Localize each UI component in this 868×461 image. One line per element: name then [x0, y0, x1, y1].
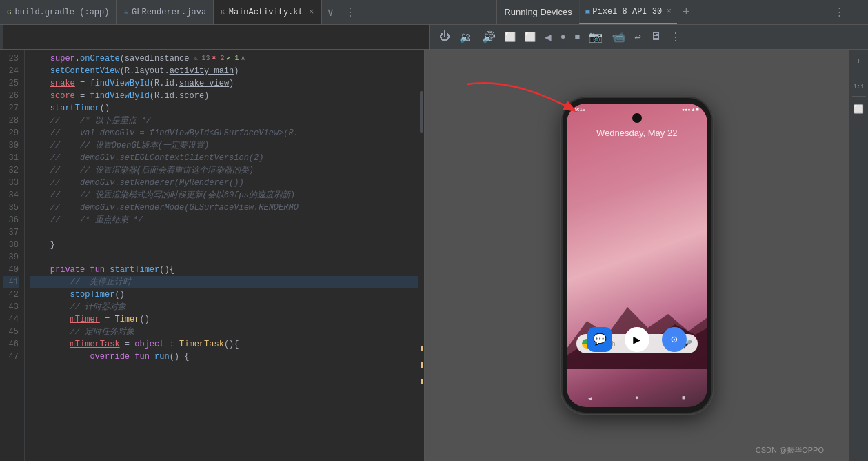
device-tab-icon: ▣	[585, 7, 590, 16]
running-devices-overflow-icon[interactable]: ⋮	[830, 6, 849, 19]
code-line-27: startTimer()	[30, 102, 418, 115]
screenshot-icon[interactable]: 📷	[585, 29, 606, 46]
phone-vol-up-button	[561, 146, 563, 160]
screenrecord-icon[interactable]: 📹	[608, 29, 629, 46]
code-line-32: // // 设置渲染器(后面会着重讲这个渲染器的类)	[30, 164, 418, 177]
code-line-44: mTimer = Timer()	[30, 313, 418, 326]
tab-mainactivity[interactable]: K MainActivity.kt ×	[214, 0, 321, 24]
tab-chevron-icon[interactable]: ∨	[322, 6, 340, 19]
code-line-25: snake = findViewById(R.id.snake_view)	[30, 77, 418, 90]
code-line-46: mTimerTask = object : TimerTask(){	[30, 338, 418, 351]
sidebar-add-icon[interactable]: +	[852, 55, 866, 69]
code-line-38: }	[30, 239, 418, 251]
code-line-29: // val demoGlv = findViewById<GLSurfaceV…	[30, 127, 418, 139]
code-line-42: stopTimer()	[30, 288, 418, 301]
code-line-28: // /* 以下是重点 */	[30, 115, 418, 127]
gradle-icon: G	[7, 8, 12, 17]
tab-build-gradle[interactable]: G build.gradle (:app)	[0, 0, 117, 24]
phone-home-button[interactable]: ●	[635, 395, 638, 402]
phone-vol-down-button	[561, 164, 563, 178]
running-devices-title: Running Devices	[504, 7, 572, 17]
phone-time: 9:19	[575, 106, 586, 112]
code-line-35: // demoGlv.setRenderMode(GLSurfaceView.R…	[30, 202, 418, 214]
overview-icon[interactable]: ■	[571, 30, 583, 43]
zoom-ratio-label[interactable]: 1:1	[853, 84, 864, 90]
code-line-37	[30, 226, 418, 239]
emulator-overflow-icon[interactable]: ⋮	[667, 29, 685, 46]
tab-glrenderer[interactable]: ☕ GLRenderer.java	[117, 0, 214, 24]
code-line-43: // 计时器对象	[30, 301, 418, 313]
rotate-right-icon[interactable]: ⬜	[521, 30, 539, 44]
phone-back-button[interactable]: ◀	[588, 395, 592, 402]
tab-bar: G build.gradle (:app) ☕ GLRenderer.java …	[0, 0, 868, 25]
rotate-left-icon[interactable]: ⬜	[501, 30, 519, 44]
add-device-tab-icon[interactable]: +	[677, 6, 696, 19]
code-editor-content[interactable]: super.onCreate(savedInstance ⚠ 13 ✖ 2 ✔ …	[25, 50, 418, 461]
volume-down-icon[interactable]: 🔉	[456, 29, 476, 46]
code-line-36: // /* 重点结束 */	[30, 214, 418, 226]
code-line-47: override fun run() {	[30, 351, 418, 363]
phone-recents-button[interactable]: ■	[682, 395, 685, 402]
phone-camera	[632, 113, 642, 123]
phone-power-button	[711, 153, 713, 174]
code-line-41: // 先停止计时	[30, 276, 418, 288]
code-line-24: setContentView(R.layout.activity_main)	[30, 65, 418, 77]
code-line-40: private fun startTimer(){	[30, 264, 418, 276]
close-mainactivity-icon[interactable]: ×	[309, 7, 314, 17]
cast-icon[interactable]: 🖥	[647, 29, 665, 45]
phone-messages-icon[interactable]: 💬	[587, 327, 612, 352]
phone-nav-bar: ◀ ● ■	[567, 393, 707, 403]
code-line-30: // // 设置OpenGL版本(一定要设置)	[30, 139, 418, 152]
code-line-34: // // 设置渲染模式为写的时候更新(会以60fps的速度刷新)	[30, 189, 418, 202]
back-icon[interactable]: ◀	[541, 29, 555, 46]
phone-play-store-icon[interactable]: ▶	[625, 327, 649, 352]
phone-chrome-icon[interactable]: ⊙	[662, 327, 687, 352]
phone-emulator: 9:19 ●●● ▲ ■ Wednesday, May 22	[561, 97, 713, 414]
tab-overflow-icon[interactable]: ⋮	[339, 6, 361, 19]
code-line-23: super.onCreate(savedInstance ⚠ 13 ✖ 2 ✔ …	[30, 52, 418, 65]
kotlin-icon: K	[221, 8, 225, 17]
sidebar-frame-icon[interactable]: ⬜	[852, 102, 866, 116]
phone-app-row: 💬 ▶ ⊙	[567, 327, 707, 352]
phone-status-bar: 9:19 ●●● ▲ ■	[575, 106, 699, 112]
device-tab-label[interactable]: Pixel 8 API 30	[592, 7, 662, 17]
java-icon: ☕	[123, 8, 128, 17]
volume-up-icon[interactable]: 🔊	[478, 29, 499, 46]
phone-date: Wednesday, May 22	[567, 128, 707, 138]
tab-label-mainactivity: MainActivity.kt	[229, 8, 303, 17]
code-line-33: // demoGlv.setRenderer(MyRenderer())	[30, 177, 418, 189]
tab-label-build-gradle: build.gradle (:app)	[15, 8, 110, 17]
line-numbers: 23 24 25 26 27 28 29 30 31 32 33 34 35 3…	[0, 50, 25, 461]
phone-screen: 9:19 ●●● ▲ ■ Wednesday, May 22	[567, 104, 707, 407]
undo-icon[interactable]: ↩	[631, 29, 645, 46]
watermark: CSDN @振华OPPO	[756, 445, 824, 455]
close-device-tab-icon[interactable]: ×	[666, 6, 672, 17]
code-line-31: // demoGlv.setEGLContextClientVersion(2)	[30, 152, 418, 164]
code-line-39	[30, 251, 418, 264]
right-sidebar: + 1:1 ⬜	[849, 50, 868, 461]
home-icon[interactable]: ●	[557, 30, 569, 43]
power-icon[interactable]: ⏻	[436, 29, 454, 45]
tab-label-glrenderer: GLRenderer.java	[132, 8, 206, 17]
code-line-26: score = findViewById(R.id.score)	[30, 90, 418, 102]
code-line-45: // 定时任务对象	[30, 326, 418, 338]
